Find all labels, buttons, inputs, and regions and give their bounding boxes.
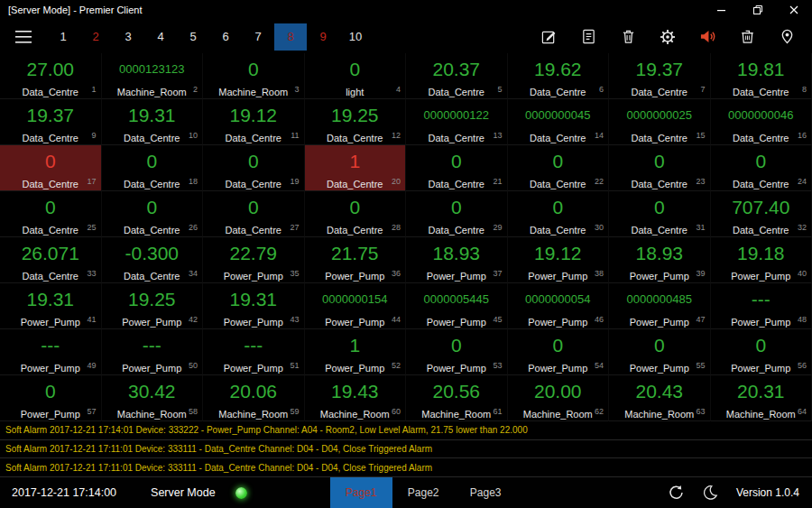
grid-cell-45[interactable]: 0000005445Power_Pump45 [406, 283, 508, 329]
alarm-message-2[interactable]: Soft Alarm 2017-12-21 17:11:01 Device: 3… [0, 440, 812, 459]
menu-button[interactable] [12, 27, 35, 47]
grid-cell-46[interactable]: 0000000054Power_Pump46 [508, 283, 610, 329]
grid-cell-14[interactable]: 0000000045Data_Centre14 [508, 99, 610, 145]
grid-cell-58[interactable]: 30.42Machine_Room58 [102, 375, 204, 421]
grid-cell-35[interactable]: 22.79Power_Pump35 [203, 237, 305, 283]
grid-cell-24[interactable]: 0Data_Centre24 [711, 145, 812, 191]
grid-cell-25[interactable]: 0Data_Centre25 [0, 191, 102, 237]
page-button-5[interactable]: 5 [177, 23, 209, 51]
close-button[interactable] [776, 0, 812, 20]
grid-cell-51[interactable]: ---Power_Pump51 [203, 329, 305, 375]
cell-label: Data_Centre [124, 133, 180, 143]
page-button-4[interactable]: 4 [144, 23, 177, 51]
alarm-message-1[interactable]: Soft Alarm 2017-12-21 17:14:01 Device: 3… [0, 421, 812, 440]
grid-cell-22[interactable]: 0Data_Centre22 [508, 145, 610, 191]
page-button-6[interactable]: 6 [209, 23, 242, 51]
sync-button[interactable] [668, 485, 684, 501]
grid-cell-13[interactable]: 0000000122Data_Centre13 [406, 99, 508, 145]
grid-cell-11[interactable]: 19.12Data_Centre11 [203, 99, 305, 145]
grid-cell-8[interactable]: 19.81Data_Centre8 [711, 53, 812, 99]
grid-cell-57[interactable]: 0Power_Pump57 [0, 375, 102, 421]
grid-cell-49[interactable]: ---Power_Pump49 [0, 329, 102, 375]
grid-cell-12[interactable]: 19.25Data_Centre12 [305, 99, 407, 145]
grid-cell-37[interactable]: 18.93Power_Pump37 [406, 237, 508, 283]
page-button-7[interactable]: 7 [242, 23, 274, 51]
grid-cell-40[interactable]: 19.18Power_Pump40 [711, 237, 812, 283]
grid-cell-23[interactable]: 0Data_Centre23 [609, 145, 711, 191]
grid-cell-38[interactable]: 19.12Power_Pump38 [508, 237, 610, 283]
cell-label: Power_Pump [630, 363, 689, 374]
grid-cell-52[interactable]: 1Power_Pump52 [305, 329, 407, 375]
grid-cell-1[interactable]: 27.00Data_Centre1 [0, 53, 102, 99]
grid-cell-28[interactable]: 0Data_Centre28 [305, 191, 407, 237]
grid-cell-63[interactable]: 20.43Machine_Room63 [609, 375, 711, 421]
grid-cell-10[interactable]: 19.31Data_Centre10 [102, 99, 204, 145]
page-button-9[interactable]: 9 [307, 23, 339, 51]
grid-cell-33[interactable]: 26.071Data_Centre33 [0, 237, 102, 283]
tab-page2[interactable]: Page2 [392, 477, 455, 508]
alarm-sound-button[interactable] [698, 28, 716, 46]
grid-cell-21[interactable]: 0Data_Centre21 [406, 145, 508, 191]
cell-label-row: light4 [305, 83, 406, 98]
grid-cell-27[interactable]: 0Data_Centre27 [203, 191, 305, 237]
grid-cell-36[interactable]: 21.75Power_Pump36 [305, 237, 407, 283]
grid-cell-7[interactable]: 19.37Data_Centre7 [609, 53, 711, 99]
grid-cell-34[interactable]: -0.300Data_Centre34 [102, 237, 204, 283]
grid-cell-55[interactable]: 0Power_Pump55 [609, 329, 711, 375]
grid-cell-54[interactable]: 0Power_Pump54 [508, 329, 610, 375]
page-button-8[interactable]: 8 [274, 23, 307, 51]
grid-cell-18[interactable]: 0Data_Centre18 [102, 145, 204, 191]
cell-index: 35 [290, 269, 299, 278]
restore-button[interactable] [740, 0, 776, 20]
grid-cell-9[interactable]: 19.37Data_Centre9 [0, 99, 102, 145]
grid-cell-26[interactable]: 0Data_Centre26 [102, 191, 204, 237]
grid-cell-44[interactable]: 0000000154Power_Pump44 [305, 283, 407, 329]
grid-cell-59[interactable]: 20.06Machine_Room59 [203, 375, 305, 421]
grid-cell-61[interactable]: 20.56Machine_Room61 [406, 375, 508, 421]
grid-cell-30[interactable]: 0Data_Centre30 [508, 191, 610, 237]
grid-cell-64[interactable]: 20.31Machine_Room64 [711, 375, 812, 421]
grid-cell-3[interactable]: 0Machine_Room3 [203, 53, 305, 99]
page-button-10[interactable]: 10 [339, 23, 372, 51]
grid-cell-39[interactable]: 18.93Power_Pump39 [609, 237, 711, 283]
grid-cell-29[interactable]: 0Data_Centre29 [406, 191, 508, 237]
edit-button[interactable] [540, 28, 558, 46]
grid-cell-19[interactable]: 0Data_Centre19 [203, 145, 305, 191]
minimize-button[interactable] [704, 0, 740, 20]
grid-cell-20[interactable]: 1Data_Centre20 [305, 145, 407, 191]
cell-value: 0 [609, 329, 710, 359]
grid-cell-42[interactable]: 19.25Power_Pump42 [102, 283, 204, 329]
grid-cell-48[interactable]: ---Power_Pump48 [711, 283, 812, 329]
grid-cell-43[interactable]: 19.31Power_Pump43 [203, 283, 305, 329]
delete-button[interactable] [619, 28, 637, 46]
tab-page3[interactable]: Page3 [455, 477, 517, 508]
grid-cell-17[interactable]: 0Data_Centre17 [0, 145, 102, 191]
grid-cell-60[interactable]: 19.43Machine_Room60 [305, 375, 407, 421]
cell-value: 19.43 [305, 375, 406, 405]
grid-cell-2[interactable]: 0000123123Machine_Room2 [102, 53, 204, 99]
grid-cell-41[interactable]: 19.31Power_Pump41 [0, 283, 102, 329]
location-button[interactable] [778, 28, 796, 46]
night-mode-button[interactable] [702, 485, 718, 501]
clear-alarms-button[interactable] [738, 28, 756, 46]
alarm-message-3[interactable]: Soft Alarm 2017-12-21 17:11:01 Device: 3… [0, 458, 812, 477]
grid-cell-15[interactable]: 0000000025Data_Centre15 [609, 99, 711, 145]
tab-page1[interactable]: Page1 [330, 477, 392, 508]
settings-button[interactable] [659, 28, 677, 46]
grid-cell-32[interactable]: 707.40Data_Centre32 [711, 191, 812, 237]
grid-cell-4[interactable]: 0light4 [305, 53, 407, 99]
page-button-3[interactable]: 3 [112, 23, 144, 51]
report-button[interactable] [579, 28, 597, 46]
grid-cell-56[interactable]: 0Power_Pump56 [711, 329, 812, 375]
grid-cell-6[interactable]: 19.62Data_Centre6 [508, 53, 610, 99]
grid-cell-31[interactable]: 0Data_Centre31 [609, 191, 711, 237]
grid-cell-62[interactable]: 20.00Machine_Room62 [508, 375, 610, 421]
grid-cell-47[interactable]: 0000000485Power_Pump47 [609, 283, 711, 329]
grid-cell-5[interactable]: 20.37Data_Centre5 [406, 53, 508, 99]
page-button-2[interactable]: 2 [79, 23, 112, 51]
grid-cell-16[interactable]: 0000000046Data_Centre16 [711, 99, 812, 145]
grid-cell-53[interactable]: 0Power_Pump53 [406, 329, 508, 375]
cell-index: 33 [87, 269, 96, 278]
page-button-1[interactable]: 1 [47, 23, 79, 51]
grid-cell-50[interactable]: ---Power_Pump50 [102, 329, 204, 375]
